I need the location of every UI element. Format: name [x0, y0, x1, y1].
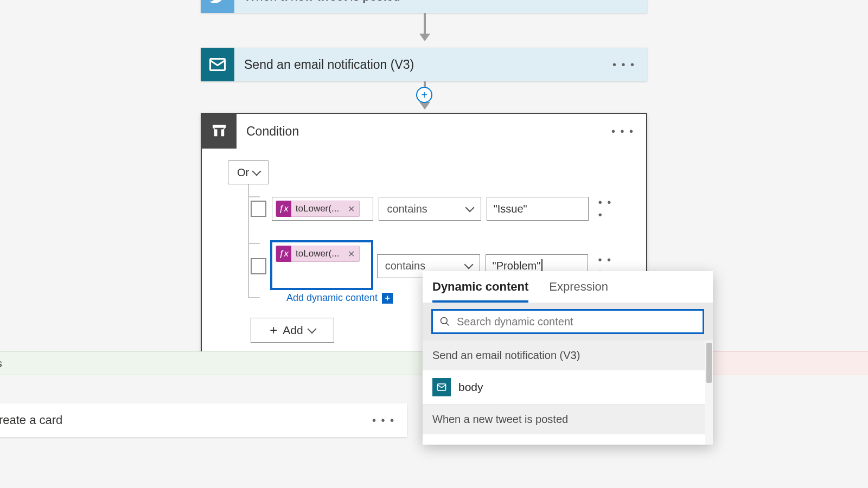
remove-token-button[interactable]: ✕	[343, 204, 359, 214]
logic-operator-label: Or	[237, 166, 249, 179]
condition-icon	[202, 114, 237, 149]
add-button-label: Add	[283, 324, 303, 337]
trigger-card[interactable]: When a new tweet is posted • • •	[201, 0, 647, 13]
tab-expression[interactable]: Expression	[549, 280, 608, 303]
scrollbar[interactable]	[705, 341, 713, 445]
tree-line	[248, 297, 260, 298]
expression-token[interactable]: ƒx toLower(... ✕	[276, 201, 360, 217]
add-dynamic-label: Add dynamic content	[286, 292, 378, 304]
row-menu[interactable]: • • •	[594, 196, 620, 221]
operator-label: contains	[387, 203, 427, 215]
arrow-connector	[424, 13, 426, 40]
mail-icon	[432, 378, 451, 396]
value-text: "Problem"	[493, 260, 541, 272]
yes-action-menu[interactable]: • • •	[372, 414, 395, 427]
dynamic-content-list[interactable]: Send an email notification (V3) body Whe…	[423, 341, 713, 445]
row-checkbox[interactable]	[251, 258, 266, 274]
condition-value-input[interactable]: "Issue"	[487, 197, 589, 221]
condition-operator-select[interactable]: contains	[379, 197, 481, 221]
expression-token[interactable]: ƒx toLower(... ✕	[276, 246, 360, 262]
chevron-down-icon	[467, 203, 473, 215]
yes-action-card[interactable]: Create a card • • •	[0, 403, 407, 437]
dynamic-group-title: When a new tweet is posted	[423, 404, 713, 434]
operator-label: contains	[385, 260, 426, 272]
trigger-label: When a new tweet is posted	[234, 0, 612, 4]
popup-tabs: Dynamic content Expression	[423, 271, 713, 303]
condition-left-operand[interactable]: ƒx toLower(... ✕	[272, 197, 374, 221]
tree-line	[248, 184, 249, 298]
logic-operator-dropdown[interactable]: Or	[228, 160, 269, 184]
condition-title: Condition	[237, 124, 611, 139]
email-step-menu[interactable]: • • •	[612, 59, 647, 71]
condition-header[interactable]: Condition • • •	[202, 114, 646, 149]
fx-icon: ƒx	[276, 246, 291, 262]
add-condition-button[interactable]: + Add	[251, 318, 334, 343]
dynamic-content-item[interactable]: body	[423, 370, 713, 404]
fx-icon: ƒx	[276, 201, 291, 217]
email-step-label: Send an email notification (V3)	[234, 57, 612, 72]
search-icon	[439, 316, 450, 327]
remove-token-button[interactable]: ✕	[343, 249, 359, 259]
search-input[interactable]	[457, 316, 696, 328]
tree-line	[248, 243, 260, 244]
tree-line	[248, 196, 260, 197]
twitter-icon	[201, 0, 234, 13]
search-wrap	[423, 303, 713, 341]
chevron-down-icon	[465, 260, 472, 272]
yes-action-label: Create a card	[0, 413, 62, 427]
value-text: "Issue"	[494, 203, 527, 215]
yes-branch-header[interactable]: yes	[0, 351, 423, 375]
plus-icon: +	[270, 323, 277, 338]
token-label: toLower(...	[291, 203, 343, 214]
chevron-down-icon	[309, 324, 315, 337]
condition-row: ƒx toLower(... ✕ contains "Issue" • • •	[251, 196, 620, 221]
dynamic-item-label: body	[458, 381, 483, 394]
token-label: toLower(...	[291, 248, 343, 259]
yes-branch-label: yes	[0, 357, 2, 370]
search-field[interactable]	[431, 309, 704, 334]
chevron-down-icon	[253, 166, 260, 179]
dynamic-content-popup: Dynamic content Expression Send an email…	[423, 271, 713, 445]
dynamic-group-title: Send an email notification (V3)	[423, 341, 713, 370]
row-checkbox[interactable]	[251, 201, 266, 217]
tab-dynamic-content[interactable]: Dynamic content	[432, 280, 528, 303]
mail-icon	[201, 48, 234, 81]
svg-point-1	[441, 318, 448, 324]
trigger-menu[interactable]: • • •	[612, 0, 647, 3]
add-step-button[interactable]: +	[416, 87, 432, 103]
plus-icon: +	[382, 293, 393, 304]
condition-left-operand[interactable]: ƒx toLower(... ✕	[270, 240, 373, 290]
email-step-card[interactable]: Send an email notification (V3) • • •	[201, 48, 647, 81]
condition-menu[interactable]: • • •	[611, 125, 646, 138]
svg-line-2	[446, 323, 449, 326]
